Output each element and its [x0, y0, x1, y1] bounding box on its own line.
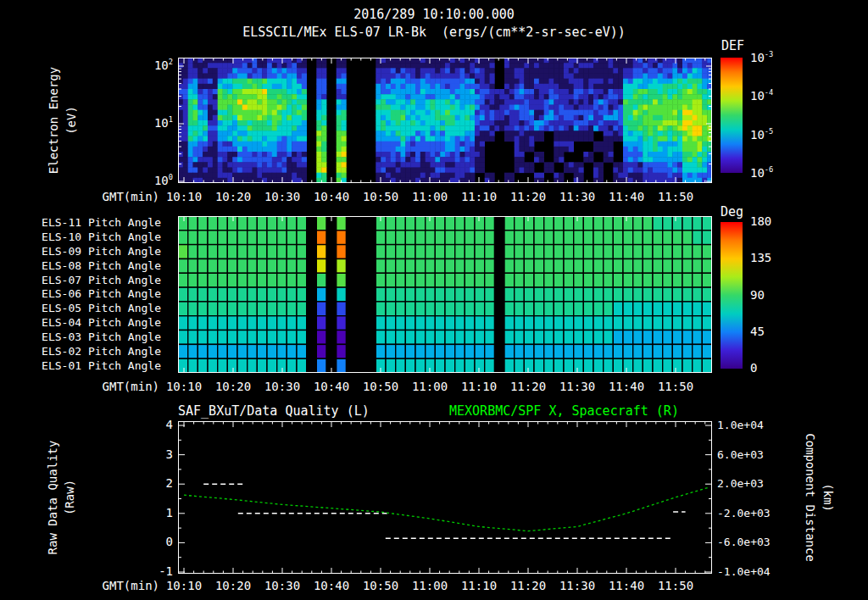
- deg-tick-label: 90: [750, 288, 821, 302]
- pitch-row-label: ELS-11 Pitch Angle: [34, 216, 161, 229]
- time-tick-label: 10:10: [162, 380, 206, 393]
- def-tick-label: 10-6: [750, 165, 821, 180]
- time-tick-label: 11:50: [654, 190, 698, 203]
- def-tick-label: 10-4: [750, 88, 821, 103]
- spec-ytick-label: 101: [134, 115, 173, 130]
- pitch-row-label: ELS-04 Pitch Angle: [34, 316, 161, 329]
- time-tick-label: 10:10: [162, 190, 206, 203]
- quality-tick-label: 3: [136, 447, 173, 461]
- line-panel: [178, 421, 712, 574]
- pitch-row-label: ELS-03 Pitch Angle: [34, 331, 161, 343]
- def-tick-label: 10-3: [750, 50, 821, 64]
- pitch-angle-panel: [178, 216, 712, 373]
- line-ylabel-left-line1: Raw Data Quality: [46, 441, 59, 555]
- quality-tick-label: 4: [136, 418, 173, 431]
- time-tick-label: 10:30: [260, 380, 304, 393]
- def-colorbar: [721, 58, 743, 173]
- pitch-row-label: ELS-01 Pitch Angle: [34, 359, 161, 372]
- line-ylabel-right-line2: (km): [821, 483, 835, 512]
- distance-tick-label: -1.0e+04: [717, 565, 797, 578]
- time-axis-1: GMT(min)10:1010:2010:3010:4010:5011:0011…: [0, 190, 868, 204]
- time-tick-label: 11:00: [408, 380, 452, 393]
- quality-tick-label: 2: [136, 476, 173, 490]
- quality-segments: [203, 484, 685, 538]
- spacecraft-x-curve: [184, 487, 710, 531]
- time-tick-label: 10:50: [359, 579, 403, 592]
- spectrogram-cells: [178, 58, 712, 183]
- distance-tick-label: 6.0e+03: [717, 448, 797, 461]
- deg-tick-label: 180: [750, 214, 821, 228]
- time-tick-label: 11:30: [555, 190, 599, 203]
- time-tick-label: 10:40: [309, 190, 353, 203]
- deg-tick-label: 0: [750, 361, 821, 375]
- spectrogram: [178, 58, 712, 183]
- time-tick-label: 11:00: [408, 190, 452, 203]
- time-tick-label: 11:40: [604, 380, 648, 393]
- pitch-row-label: ELS-10 Pitch Angle: [34, 231, 161, 243]
- time-tick-label: 10:10: [162, 579, 206, 592]
- deg-tick-label: 135: [750, 251, 821, 264]
- line-ylabel-left-line2: (Raw): [63, 480, 76, 515]
- time-tick-label: 10:50: [359, 380, 403, 393]
- colorbar-deg-title: Deg: [721, 204, 743, 219]
- pitch-cells: [178, 216, 712, 373]
- time-axis-title: GMT(min): [85, 190, 159, 203]
- spec-ylabel-line1: Electron Energy: [47, 67, 60, 174]
- time-tick-label: 11:50: [654, 579, 698, 592]
- pitch-row-label: ELS-09 Pitch Angle: [34, 245, 161, 258]
- colorbar-def-title: DEF: [721, 38, 744, 53]
- time-tick-label: 11:30: [555, 380, 599, 393]
- time-axis-3: GMT(min)10:1010:2010:3010:4010:5011:0011…: [0, 579, 868, 593]
- datetime-title: 2016/289 10:10:00.000: [0, 7, 868, 22]
- def-tick-label: 10-5: [750, 127, 821, 142]
- quality-tick-label: 0: [136, 535, 173, 548]
- pitch-row-label: ELS-08 Pitch Angle: [34, 259, 161, 272]
- distance-tick-label: -6.0e+03: [717, 536, 797, 548]
- time-tick-label: 11:10: [457, 579, 501, 592]
- pitch-row-label: ELS-02 Pitch Angle: [34, 345, 161, 358]
- pitch-angle-grid: [178, 216, 712, 373]
- time-tick-label: 10:40: [309, 579, 353, 592]
- time-tick-label: 11:20: [506, 380, 550, 393]
- time-axis-2: GMT(min)10:1010:2010:3010:4010:5011:0011…: [0, 380, 868, 394]
- spec-ytick-label: 100: [134, 173, 173, 187]
- time-axis-title: GMT(min): [85, 380, 159, 393]
- pitch-row-label: ELS-07 Pitch Angle: [34, 274, 161, 286]
- distance-tick-label: 1.0e+04: [717, 419, 797, 431]
- line-title-left: SAF_BXuT/Data Quality (L): [178, 403, 370, 419]
- time-tick-label: 11:10: [457, 190, 501, 203]
- time-tick-label: 11:00: [408, 579, 452, 592]
- time-tick-label: 10:40: [309, 380, 353, 393]
- line-title-right: MEXORBMC/SPF X, Spacecraft (R): [449, 403, 679, 419]
- time-tick-label: 11:10: [457, 380, 501, 393]
- spec-ylabel-line2: (eV): [64, 106, 78, 135]
- spec-ytick-label: 102: [134, 58, 173, 72]
- time-tick-label: 10:20: [211, 380, 255, 393]
- spectrogram-panel: [178, 58, 712, 183]
- time-tick-label: 11:20: [506, 190, 550, 203]
- distance-tick-label: -2.0e+03: [717, 507, 797, 519]
- time-tick-label: 10:20: [211, 579, 255, 592]
- time-tick-label: 11:20: [506, 579, 550, 592]
- time-axis-title: GMT(min): [85, 579, 159, 592]
- pitch-row-label: ELS-06 Pitch Angle: [34, 287, 161, 300]
- line-axes: [178, 421, 712, 574]
- line-ylabel-right-line1: Component Distance: [804, 433, 817, 562]
- time-tick-label: 10:20: [211, 190, 255, 203]
- plot-window: 2016/289 10:10:00.000 ELSSCIL/MEx ELS-07…: [0, 0, 868, 600]
- time-tick-label: 10:30: [260, 190, 304, 203]
- deg-tick-label: 45: [750, 325, 821, 338]
- time-tick-label: 10:50: [359, 190, 403, 203]
- time-tick-label: 11:40: [604, 190, 648, 203]
- time-tick-label: 11:40: [604, 579, 648, 592]
- line-chart: [178, 421, 712, 574]
- pitch-row-label: ELS-05 Pitch Angle: [34, 302, 161, 314]
- time-tick-label: 10:30: [260, 579, 304, 592]
- time-tick-label: 11:30: [555, 579, 599, 592]
- distance-tick-label: 2.0e+03: [717, 477, 797, 490]
- quality-tick-label: 1: [136, 506, 173, 519]
- time-tick-label: 11:50: [654, 380, 698, 393]
- quality-tick-label: -1: [136, 564, 173, 578]
- deg-colorbar: [721, 222, 743, 369]
